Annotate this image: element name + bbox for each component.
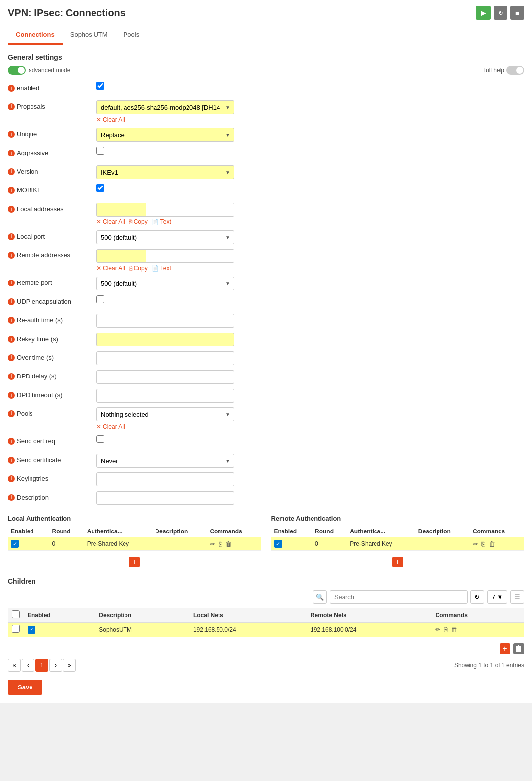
aggressive-info-icon[interactable]: i (8, 150, 15, 156)
remote-addresses-info-icon[interactable]: i (8, 252, 15, 259)
children-row-enabled-icon[interactable]: ✓ (28, 626, 35, 634)
remote-port-select[interactable]: 500 (default) (96, 277, 234, 290)
rekey-info-icon[interactable]: i (8, 336, 15, 343)
dpd-delay-input[interactable] (96, 370, 234, 384)
send-cert-req-label: i Send cert req (8, 435, 96, 445)
keyingtries-info-icon[interactable]: i (8, 475, 15, 482)
children-select-all-checkbox[interactable] (12, 610, 20, 618)
remote-auth-delete-icon[interactable]: 🗑 (489, 540, 495, 548)
full-help-toggle[interactable] (506, 66, 524, 75)
mobike-info-icon[interactable]: i (8, 187, 15, 194)
local-addresses-input-box[interactable] (96, 203, 234, 217)
remote-addresses-copy[interactable]: ⎘ Copy (129, 265, 148, 272)
overtime-control (96, 351, 524, 365)
children-row-edit-icon[interactable]: ✏ (435, 626, 440, 633)
keyingtries-input[interactable] (96, 472, 234, 486)
enabled-checkbox[interactable] (96, 82, 104, 90)
remote-auth-header-row: Enabled Round Authentica... Description … (271, 526, 525, 537)
save-button[interactable]: Save (8, 680, 42, 695)
proposals-clear-all[interactable]: ✕ Clear All (96, 116, 524, 123)
remote-addresses-text[interactable]: 📄 Text (152, 265, 171, 272)
stop-button[interactable]: ■ (510, 6, 524, 20)
children-page-size-button[interactable]: 7 ▼ (487, 590, 507, 604)
refresh-button[interactable]: ↻ (494, 6, 507, 20)
children-delete-button[interactable]: 🗑 (513, 643, 524, 654)
udp-encap-checkbox[interactable] (96, 295, 104, 303)
reauth-info-icon[interactable]: i (8, 317, 15, 324)
unique-info-icon[interactable]: i (8, 131, 15, 138)
pools-info-icon[interactable]: i (8, 410, 15, 417)
local-auth-enabled-checkbox[interactable]: ✓ (11, 540, 19, 548)
rekey-input[interactable]: 14400 (96, 333, 234, 346)
proposals-select[interactable]: default, aes256-sha256-modp2048 [DH14] (96, 100, 234, 114)
unique-select[interactable]: Replace (96, 128, 234, 142)
remote-auth-add-button[interactable]: + (392, 557, 403, 567)
local-addresses-info-icon[interactable]: i (8, 206, 15, 213)
pag-last-button[interactable]: » (63, 659, 76, 672)
aggressive-checkbox[interactable] (96, 147, 104, 155)
page-size-chevron-icon: ▼ (497, 594, 503, 601)
tab-pools[interactable]: Pools (116, 26, 148, 45)
overtime-input[interactable] (96, 351, 234, 365)
pools-select[interactable]: Nothing selected (96, 407, 234, 421)
description-info-icon[interactable]: i (8, 494, 15, 501)
play-button[interactable]: ▶ (476, 6, 491, 20)
dpd-delay-control (96, 370, 524, 384)
pools-clear-all[interactable]: ✕ Clear All (96, 423, 524, 430)
reauth-input[interactable] (96, 314, 234, 328)
version-select[interactable]: IKEv1 (96, 165, 234, 179)
pag-prev-button[interactable]: ‹ (22, 659, 34, 672)
dpd-timeout-input[interactable] (96, 389, 234, 403)
header-buttons: ▶ ↻ ■ (476, 6, 524, 20)
remote-addresses-control: ✕ Clear All ⎘ Copy 📄 Text (96, 249, 524, 272)
proposals-info-icon[interactable]: i (8, 103, 15, 110)
local-addresses-copy[interactable]: ⎘ Copy (129, 219, 148, 225)
tab-connections[interactable]: Connections (8, 26, 63, 45)
dpd-delay-info-icon[interactable]: i (8, 373, 15, 380)
tab-sophos-utm[interactable]: Sophos UTM (63, 26, 116, 45)
local-auth-delete-icon[interactable]: 🗑 (225, 540, 232, 548)
version-info-icon[interactable]: i (8, 168, 15, 175)
children-search-input[interactable] (330, 590, 468, 604)
children-table-footer-actions: + 🗑 (8, 640, 524, 654)
dpd-timeout-info-icon[interactable]: i (8, 392, 15, 399)
mobike-checkbox[interactable] (96, 184, 104, 192)
local-auth-add-button[interactable]: + (129, 557, 140, 567)
pag-first-button[interactable]: « (8, 659, 21, 672)
local-port-select[interactable]: 500 (default) (96, 230, 234, 244)
remote-clear-icon: ✕ (96, 265, 101, 272)
send-cert-req-checkbox[interactable] (96, 435, 104, 443)
version-label: i Version (8, 165, 96, 175)
remote-addresses-input-box[interactable] (96, 249, 234, 263)
send-certificate-select[interactable]: Never (96, 454, 234, 468)
udp-encap-info-icon[interactable]: i (8, 298, 15, 305)
children-row-checkbox[interactable] (12, 625, 20, 633)
send-certificate-info-icon[interactable]: i (8, 457, 15, 464)
remote-auth-edit-icon[interactable]: ✏ (473, 540, 478, 548)
pag-page-1-button[interactable]: 1 (35, 659, 48, 672)
overtime-info-icon[interactable]: i (8, 354, 15, 361)
remote-port-info-icon[interactable]: i (8, 280, 15, 286)
local-addresses-text[interactable]: 📄 Text (152, 219, 171, 225)
local-addresses-clear[interactable]: ✕ Clear All (96, 219, 125, 225)
advanced-mode-toggle[interactable] (8, 66, 26, 75)
send-cert-req-info-icon[interactable]: i (8, 438, 15, 445)
remote-auth-enabled-checkbox[interactable]: ✓ (274, 540, 282, 548)
children-row-copy-icon[interactable]: ⎘ (444, 626, 448, 633)
children-th-remote-nets: Remote Nets (307, 608, 432, 623)
remote-auth-copy-icon[interactable]: ⎘ (481, 540, 485, 548)
remote-addresses-clear[interactable]: ✕ Clear All (96, 265, 125, 272)
local-auth-copy-icon[interactable]: ⎘ (219, 540, 222, 548)
description-input[interactable]: Sophos UTM (96, 491, 234, 505)
children-refresh-button[interactable]: ↻ (470, 590, 484, 604)
children-columns-button[interactable]: ☰ (510, 590, 524, 604)
clear-x-icon: ✕ (96, 219, 101, 225)
children-search-icon-button[interactable]: 🔍 (313, 590, 327, 604)
children-row-delete-icon[interactable]: 🗑 (451, 626, 457, 633)
enabled-info-icon[interactable]: i (8, 85, 15, 92)
local-port-info-icon[interactable]: i (8, 233, 15, 240)
pagination-buttons: « ‹ 1 › » (8, 659, 76, 672)
pag-next-button[interactable]: › (49, 659, 62, 672)
children-add-button[interactable]: + (500, 643, 510, 654)
local-auth-edit-icon[interactable]: ✏ (210, 540, 215, 548)
